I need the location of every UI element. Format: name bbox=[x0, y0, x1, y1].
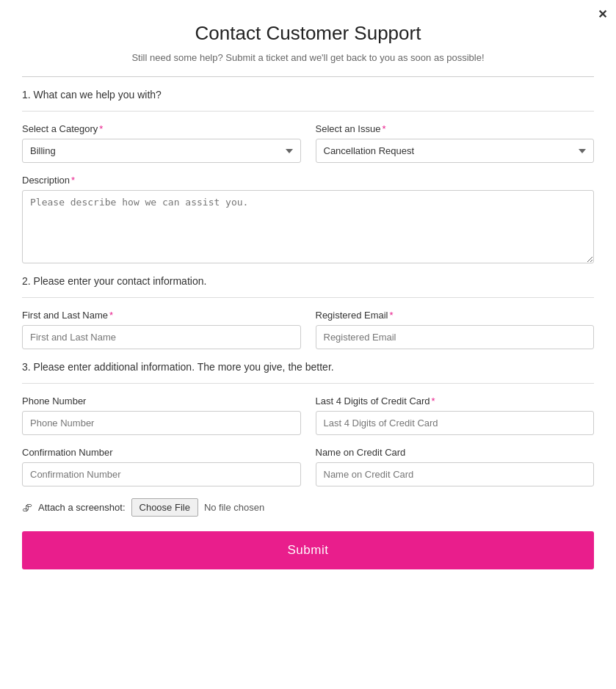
modal-container: ✕ Contact Customer Support Still need so… bbox=[0, 0, 616, 689]
card-name-input[interactable] bbox=[316, 462, 595, 486]
description-textarea[interactable] bbox=[22, 190, 594, 263]
no-file-text: No file chosen bbox=[204, 502, 264, 513]
phone-group: Phone Number bbox=[22, 395, 301, 435]
section1-heading: 1. What can we help you with? bbox=[22, 89, 594, 101]
first-last-required: * bbox=[109, 310, 113, 321]
section2-heading: 2. Please enter your contact information… bbox=[22, 275, 594, 287]
last4-input[interactable] bbox=[316, 411, 595, 435]
section3-heading: 3. Please enter additional information. … bbox=[22, 361, 594, 373]
category-required: * bbox=[99, 123, 103, 134]
phone-last4-row: Phone Number Last 4 Digits of Credit Car… bbox=[22, 395, 594, 435]
category-issue-row: Select a Category* Billing Technical Acc… bbox=[22, 123, 594, 163]
choose-file-button[interactable]: Choose File bbox=[131, 498, 198, 517]
category-group: Select a Category* Billing Technical Acc… bbox=[22, 123, 301, 163]
divider-3 bbox=[22, 383, 594, 384]
email-input[interactable] bbox=[316, 325, 595, 349]
description-label: Description* bbox=[22, 175, 594, 186]
email-group: Registered Email* bbox=[316, 310, 595, 349]
first-last-name-group: First and Last Name* bbox=[22, 310, 301, 349]
divider-2 bbox=[22, 297, 594, 298]
description-required: * bbox=[71, 175, 75, 186]
confirmation-label: Confirmation Number bbox=[22, 447, 301, 458]
file-input-wrapper: Choose File No file chosen bbox=[131, 498, 265, 517]
card-name-group: Name on Credit Card bbox=[316, 447, 595, 486]
first-last-input[interactable] bbox=[22, 325, 301, 349]
modal-subtitle: Still need some help? Submit a ticket an… bbox=[22, 52, 594, 63]
issue-select[interactable]: Cancellation Request Refund Request Paym… bbox=[316, 139, 595, 163]
issue-label: Select an Issue* bbox=[316, 123, 595, 134]
category-select[interactable]: Billing Technical Account Other bbox=[22, 139, 301, 163]
divider-1 bbox=[22, 111, 594, 112]
email-label: Registered Email* bbox=[316, 310, 595, 321]
card-name-label: Name on Credit Card bbox=[316, 447, 595, 458]
description-group: Description* bbox=[22, 175, 594, 263]
close-button[interactable]: ✕ bbox=[598, 7, 607, 21]
last4-group: Last 4 Digits of Credit Card* bbox=[316, 395, 595, 435]
confirmation-cardname-row: Confirmation Number Name on Credit Card bbox=[22, 447, 594, 486]
title-section: Contact Customer Support Still need some… bbox=[22, 22, 594, 77]
attach-row: 🖇 Attach a screenshot: Choose File No fi… bbox=[22, 498, 594, 517]
paperclip-icon: 🖇 bbox=[22, 502, 32, 514]
last4-required: * bbox=[432, 395, 435, 407]
modal-title: Contact Customer Support bbox=[22, 22, 594, 45]
confirmation-group: Confirmation Number bbox=[22, 447, 301, 486]
last4-label: Last 4 Digits of Credit Card* bbox=[316, 395, 595, 407]
phone-label: Phone Number bbox=[22, 395, 301, 407]
phone-input[interactable] bbox=[22, 411, 301, 435]
issue-required: * bbox=[382, 123, 385, 134]
submit-button[interactable]: Submit bbox=[22, 531, 594, 569]
confirmation-input[interactable] bbox=[22, 462, 301, 486]
first-last-label: First and Last Name* bbox=[22, 310, 301, 321]
category-label: Select a Category* bbox=[22, 123, 301, 134]
issue-group: Select an Issue* Cancellation Request Re… bbox=[316, 123, 595, 163]
name-email-row: First and Last Name* Registered Email* bbox=[22, 310, 594, 349]
email-required: * bbox=[390, 310, 394, 321]
attach-label: Attach a screenshot: bbox=[38, 502, 126, 513]
